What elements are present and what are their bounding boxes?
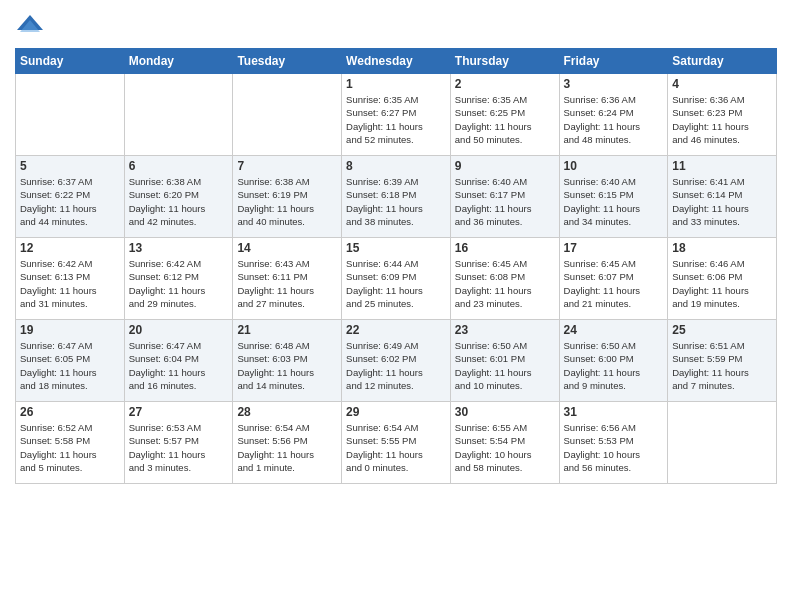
week-row-3: 12Sunrise: 6:42 AM Sunset: 6:13 PM Dayli…: [16, 238, 777, 320]
calendar-cell: 31Sunrise: 6:56 AM Sunset: 5:53 PM Dayli…: [559, 402, 668, 484]
weekday-header-wednesday: Wednesday: [342, 49, 451, 74]
calendar-cell: 28Sunrise: 6:54 AM Sunset: 5:56 PM Dayli…: [233, 402, 342, 484]
weekday-header-saturday: Saturday: [668, 49, 777, 74]
day-number: 11: [672, 159, 772, 173]
page: SundayMondayTuesdayWednesdayThursdayFrid…: [0, 0, 792, 612]
day-number: 23: [455, 323, 555, 337]
weekday-header-thursday: Thursday: [450, 49, 559, 74]
day-number: 8: [346, 159, 446, 173]
day-number: 26: [20, 405, 120, 419]
weekday-header-monday: Monday: [124, 49, 233, 74]
day-number: 21: [237, 323, 337, 337]
calendar-cell: 18Sunrise: 6:46 AM Sunset: 6:06 PM Dayli…: [668, 238, 777, 320]
calendar-cell: 1Sunrise: 6:35 AM Sunset: 6:27 PM Daylig…: [342, 74, 451, 156]
day-info: Sunrise: 6:43 AM Sunset: 6:11 PM Dayligh…: [237, 257, 337, 310]
day-info: Sunrise: 6:47 AM Sunset: 6:05 PM Dayligh…: [20, 339, 120, 392]
day-info: Sunrise: 6:49 AM Sunset: 6:02 PM Dayligh…: [346, 339, 446, 392]
calendar-cell: 15Sunrise: 6:44 AM Sunset: 6:09 PM Dayli…: [342, 238, 451, 320]
day-number: 16: [455, 241, 555, 255]
day-number: 17: [564, 241, 664, 255]
calendar-cell: 3Sunrise: 6:36 AM Sunset: 6:24 PM Daylig…: [559, 74, 668, 156]
day-number: 6: [129, 159, 229, 173]
day-number: 5: [20, 159, 120, 173]
calendar-cell: 11Sunrise: 6:41 AM Sunset: 6:14 PM Dayli…: [668, 156, 777, 238]
day-info: Sunrise: 6:36 AM Sunset: 6:23 PM Dayligh…: [672, 93, 772, 146]
week-row-4: 19Sunrise: 6:47 AM Sunset: 6:05 PM Dayli…: [16, 320, 777, 402]
day-number: 15: [346, 241, 446, 255]
calendar-cell: 14Sunrise: 6:43 AM Sunset: 6:11 PM Dayli…: [233, 238, 342, 320]
calendar-cell: 6Sunrise: 6:38 AM Sunset: 6:20 PM Daylig…: [124, 156, 233, 238]
day-info: Sunrise: 6:39 AM Sunset: 6:18 PM Dayligh…: [346, 175, 446, 228]
day-number: 19: [20, 323, 120, 337]
day-info: Sunrise: 6:52 AM Sunset: 5:58 PM Dayligh…: [20, 421, 120, 474]
calendar-cell: 12Sunrise: 6:42 AM Sunset: 6:13 PM Dayli…: [16, 238, 125, 320]
day-number: 4: [672, 77, 772, 91]
week-row-5: 26Sunrise: 6:52 AM Sunset: 5:58 PM Dayli…: [16, 402, 777, 484]
calendar-cell: 10Sunrise: 6:40 AM Sunset: 6:15 PM Dayli…: [559, 156, 668, 238]
calendar-cell: 4Sunrise: 6:36 AM Sunset: 6:23 PM Daylig…: [668, 74, 777, 156]
day-info: Sunrise: 6:56 AM Sunset: 5:53 PM Dayligh…: [564, 421, 664, 474]
calendar-cell: 24Sunrise: 6:50 AM Sunset: 6:00 PM Dayli…: [559, 320, 668, 402]
logo: [15, 10, 49, 40]
day-info: Sunrise: 6:45 AM Sunset: 6:07 PM Dayligh…: [564, 257, 664, 310]
weekday-header-friday: Friday: [559, 49, 668, 74]
day-info: Sunrise: 6:38 AM Sunset: 6:19 PM Dayligh…: [237, 175, 337, 228]
calendar-cell: 20Sunrise: 6:47 AM Sunset: 6:04 PM Dayli…: [124, 320, 233, 402]
day-info: Sunrise: 6:51 AM Sunset: 5:59 PM Dayligh…: [672, 339, 772, 392]
day-info: Sunrise: 6:35 AM Sunset: 6:27 PM Dayligh…: [346, 93, 446, 146]
calendar-cell: 8Sunrise: 6:39 AM Sunset: 6:18 PM Daylig…: [342, 156, 451, 238]
day-number: 7: [237, 159, 337, 173]
day-info: Sunrise: 6:36 AM Sunset: 6:24 PM Dayligh…: [564, 93, 664, 146]
calendar-cell: [233, 74, 342, 156]
calendar-cell: 22Sunrise: 6:49 AM Sunset: 6:02 PM Dayli…: [342, 320, 451, 402]
calendar-cell: 7Sunrise: 6:38 AM Sunset: 6:19 PM Daylig…: [233, 156, 342, 238]
day-number: 13: [129, 241, 229, 255]
day-info: Sunrise: 6:45 AM Sunset: 6:08 PM Dayligh…: [455, 257, 555, 310]
day-number: 25: [672, 323, 772, 337]
calendar-cell: [124, 74, 233, 156]
header: [15, 10, 777, 40]
calendar-cell: 5Sunrise: 6:37 AM Sunset: 6:22 PM Daylig…: [16, 156, 125, 238]
calendar-cell: [16, 74, 125, 156]
calendar: SundayMondayTuesdayWednesdayThursdayFrid…: [15, 48, 777, 484]
day-info: Sunrise: 6:47 AM Sunset: 6:04 PM Dayligh…: [129, 339, 229, 392]
calendar-cell: 19Sunrise: 6:47 AM Sunset: 6:05 PM Dayli…: [16, 320, 125, 402]
day-info: Sunrise: 6:54 AM Sunset: 5:55 PM Dayligh…: [346, 421, 446, 474]
day-info: Sunrise: 6:42 AM Sunset: 6:13 PM Dayligh…: [20, 257, 120, 310]
calendar-cell: 21Sunrise: 6:48 AM Sunset: 6:03 PM Dayli…: [233, 320, 342, 402]
day-info: Sunrise: 6:48 AM Sunset: 6:03 PM Dayligh…: [237, 339, 337, 392]
day-number: 2: [455, 77, 555, 91]
calendar-cell: 16Sunrise: 6:45 AM Sunset: 6:08 PM Dayli…: [450, 238, 559, 320]
calendar-cell: 26Sunrise: 6:52 AM Sunset: 5:58 PM Dayli…: [16, 402, 125, 484]
day-info: Sunrise: 6:35 AM Sunset: 6:25 PM Dayligh…: [455, 93, 555, 146]
calendar-cell: 25Sunrise: 6:51 AM Sunset: 5:59 PM Dayli…: [668, 320, 777, 402]
day-number: 28: [237, 405, 337, 419]
day-number: 30: [455, 405, 555, 419]
day-number: 9: [455, 159, 555, 173]
weekday-header-tuesday: Tuesday: [233, 49, 342, 74]
calendar-cell: 13Sunrise: 6:42 AM Sunset: 6:12 PM Dayli…: [124, 238, 233, 320]
calendar-cell: 27Sunrise: 6:53 AM Sunset: 5:57 PM Dayli…: [124, 402, 233, 484]
day-info: Sunrise: 6:46 AM Sunset: 6:06 PM Dayligh…: [672, 257, 772, 310]
day-number: 10: [564, 159, 664, 173]
logo-icon: [15, 10, 45, 40]
day-number: 20: [129, 323, 229, 337]
day-info: Sunrise: 6:41 AM Sunset: 6:14 PM Dayligh…: [672, 175, 772, 228]
day-info: Sunrise: 6:40 AM Sunset: 6:15 PM Dayligh…: [564, 175, 664, 228]
day-info: Sunrise: 6:42 AM Sunset: 6:12 PM Dayligh…: [129, 257, 229, 310]
day-number: 29: [346, 405, 446, 419]
day-info: Sunrise: 6:44 AM Sunset: 6:09 PM Dayligh…: [346, 257, 446, 310]
calendar-cell: [668, 402, 777, 484]
day-info: Sunrise: 6:50 AM Sunset: 6:01 PM Dayligh…: [455, 339, 555, 392]
day-number: 3: [564, 77, 664, 91]
calendar-cell: 2Sunrise: 6:35 AM Sunset: 6:25 PM Daylig…: [450, 74, 559, 156]
week-row-1: 1Sunrise: 6:35 AM Sunset: 6:27 PM Daylig…: [16, 74, 777, 156]
weekday-header-sunday: Sunday: [16, 49, 125, 74]
calendar-cell: 30Sunrise: 6:55 AM Sunset: 5:54 PM Dayli…: [450, 402, 559, 484]
day-info: Sunrise: 6:53 AM Sunset: 5:57 PM Dayligh…: [129, 421, 229, 474]
day-number: 27: [129, 405, 229, 419]
day-number: 1: [346, 77, 446, 91]
calendar-cell: 23Sunrise: 6:50 AM Sunset: 6:01 PM Dayli…: [450, 320, 559, 402]
day-info: Sunrise: 6:50 AM Sunset: 6:00 PM Dayligh…: [564, 339, 664, 392]
day-number: 24: [564, 323, 664, 337]
